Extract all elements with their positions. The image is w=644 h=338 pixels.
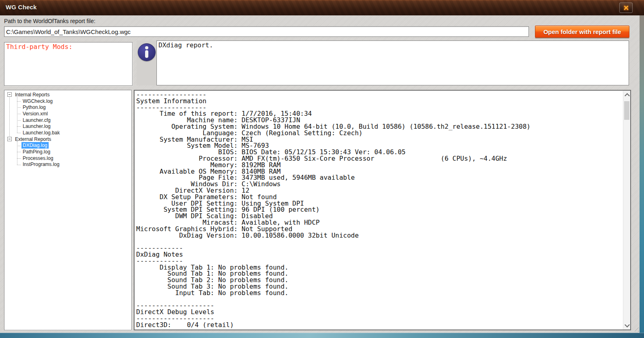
report-viewer[interactable]: ------------------ System Information --… <box>134 90 631 330</box>
close-button[interactable] <box>619 2 633 13</box>
open-folder-button[interactable]: Open folder with report file <box>535 26 629 38</box>
resize-grip[interactable] <box>632 325 639 332</box>
info-icon <box>138 43 156 61</box>
description-box[interactable]: DXdiag report. <box>156 40 629 85</box>
third-party-mods-text: Third-party Mods: <box>4 43 132 51</box>
description-text: DXdiag report. <box>157 41 629 50</box>
tree-item-pathping-log[interactable]: PathPing.log <box>4 149 131 155</box>
report-tree: Internal Reports WGCheck.log Python.log … <box>4 90 131 168</box>
collapse-icon[interactable] <box>7 92 12 97</box>
third-party-mods-box[interactable]: Third-party Mods: <box>4 42 133 86</box>
tree-item-launcher-log-bak[interactable]: Launcher.log.bak <box>4 130 131 136</box>
tree-item-dxdiag-log[interactable]: DXDiag.log <box>4 142 131 149</box>
tree-group-external: DXDiag.log PathPing.log Processes.log In… <box>4 142 131 168</box>
vertical-scrollbar[interactable] <box>623 91 630 329</box>
collapse-icon[interactable] <box>7 137 12 141</box>
report-text[interactable]: ------------------ System Information --… <box>135 91 630 329</box>
wg-check-window: WG Check Path to the WorldOfTanks report… <box>0 0 644 338</box>
tree-item-version-xml[interactable]: Version.xml <box>4 111 131 117</box>
tree-item-python-log[interactable]: Python.log <box>4 104 131 111</box>
tree-group-internal: WGCheck.log Python.log Version.xml Launc… <box>4 98 131 136</box>
desktop-edge-bottom <box>0 333 644 338</box>
tree-item-launcher-cfg[interactable]: Launcher.cfg <box>4 117 131 123</box>
chevron-down-icon <box>625 322 630 327</box>
tree-item-launcher-log[interactable]: Launcher.log <box>4 123 131 130</box>
info-icon-panel <box>137 40 156 85</box>
scrollbar-thumb[interactable] <box>624 101 629 120</box>
close-icon <box>624 5 629 10</box>
chevron-up-icon <box>625 93 630 98</box>
window-title: WG Check <box>6 4 37 11</box>
tree-item-external-reports[interactable]: External Reports <box>4 136 131 142</box>
tree-item-internal-reports[interactable]: Internal Reports <box>4 91 131 98</box>
tree-item-processes-log[interactable]: Processes.log <box>4 155 131 162</box>
tree-item-instprograms-log[interactable]: InstPrograms.log <box>4 162 131 168</box>
path-label: Path to the WorldOfTanks report file: <box>4 18 95 24</box>
tree-item-wgcheck-log[interactable]: WGCheck.log <box>4 98 131 104</box>
desktop-edge-right <box>640 15 644 338</box>
scroll-up-button[interactable] <box>623 91 630 98</box>
scroll-down-button[interactable] <box>623 322 630 329</box>
report-tree-panel: Internal Reports WGCheck.log Python.log … <box>4 90 132 330</box>
report-path-input[interactable] <box>4 26 529 37</box>
title-bar: WG Check <box>0 0 644 15</box>
